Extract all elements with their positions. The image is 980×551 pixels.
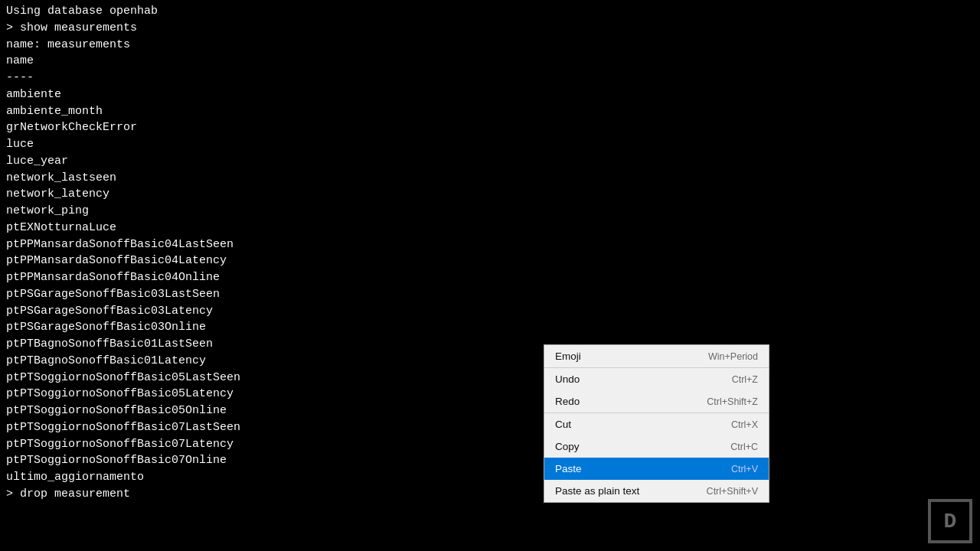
terminal-line: ptPSGarageSonoffBasic03Online [6,319,974,336]
menu-item-shortcut: Ctrl+X [731,419,758,430]
menu-item[interactable]: UndoCtrl+Z [544,368,769,390]
terminal[interactable]: Using database openhab> show measurement… [0,0,980,551]
terminal-line: ultimo_aggiornamento [6,469,974,486]
menu-item-label: Undo [555,373,732,385]
terminal-line: name [6,53,974,70]
terminal-line: luce_year [6,153,974,170]
terminal-line: ptPSGarageSonoffBasic03Latency [6,303,974,320]
terminal-line: ptPTSoggiornoSonoffBasic05Online [6,403,974,419]
terminal-line: ptPTBagnoSonoffBasic01Latency [6,353,974,370]
menu-item-label: Copy [555,441,730,452]
menu-item-shortcut: Ctrl+Shift+V [707,486,758,497]
terminal-line: ptPPMansardaSonoffBasic04Online [6,269,974,286]
terminal-line: luce [6,136,974,153]
terminal-line: Using database openhab [6,3,974,20]
terminal-line: > show measurements [6,20,974,37]
menu-item-label: Paste [555,463,731,474]
terminal-line: ptPTSoggiornoSonoffBasic07Latency [6,436,974,453]
terminal-line: ptEXNotturnaLuce [6,220,974,236]
terminal-line: ---- [6,70,974,86]
menu-item[interactable]: PasteCtrl+V [544,458,769,480]
terminal-line: ptPTSoggiornoSonoffBasic07LastSeen [6,419,974,436]
terminal-line: ptPSGarageSonoffBasic03LastSeen [6,286,974,303]
menu-item[interactable]: Paste as plain textCtrl+Shift+V [544,480,769,502]
menu-item[interactable]: EmojiWin+Period [544,345,769,367]
terminal-line: grNetworkCheckError [6,119,974,136]
menu-item-shortcut: Ctrl+Z [732,374,758,385]
menu-item-label: Paste as plain text [555,485,707,497]
menu-item-shortcut: Win+Period [708,351,758,362]
terminal-line: ambiente [6,86,974,103]
menu-item[interactable]: CopyCtrl+C [544,435,769,458]
terminal-line: ptPPMansardaSonoffBasic04Latency [6,253,974,269]
menu-section: EmojiWin+Period [544,345,769,368]
terminal-line: network_ping [6,203,974,220]
menu-item-shortcut: Ctrl+C [730,442,758,452]
menu-item-label: Emoji [555,350,708,362]
menu-item-shortcut: Ctrl+V [731,464,758,474]
context-menu: EmojiWin+PeriodUndoCtrl+ZRedoCtrl+Shift+… [544,344,769,503]
terminal-line: ptPPMansardaSonoffBasic04LastSeen [6,236,974,253]
menu-section: CutCtrl+XCopyCtrl+CPasteCtrl+VPaste as p… [544,413,769,502]
menu-item-label: Redo [555,396,707,407]
watermark-icon: D [928,499,972,543]
menu-section: UndoCtrl+ZRedoCtrl+Shift+Z [544,368,769,413]
terminal-line: ambiente_month [6,103,974,120]
terminal-line: ptPTSoggiornoSonoffBasic05LastSeen [6,370,974,386]
terminal-line: network_lastseen [6,170,974,187]
terminal-line: ptPTSoggiornoSonoffBasic07Online [6,452,974,469]
menu-item-shortcut: Ctrl+Shift+Z [707,396,758,407]
terminal-line: > drop measurement [6,486,974,503]
terminal-line: ptPTSoggiornoSonoffBasic05Latency [6,386,974,403]
terminal-line: name: measurements [6,37,974,54]
menu-item-label: Cut [555,419,731,430]
terminal-line: network_latency [6,186,974,203]
terminal-line: ptPTBagnoSonoffBasic01LastSeen [6,336,974,353]
menu-item[interactable]: CutCtrl+X [544,413,769,435]
menu-item[interactable]: RedoCtrl+Shift+Z [544,390,769,412]
